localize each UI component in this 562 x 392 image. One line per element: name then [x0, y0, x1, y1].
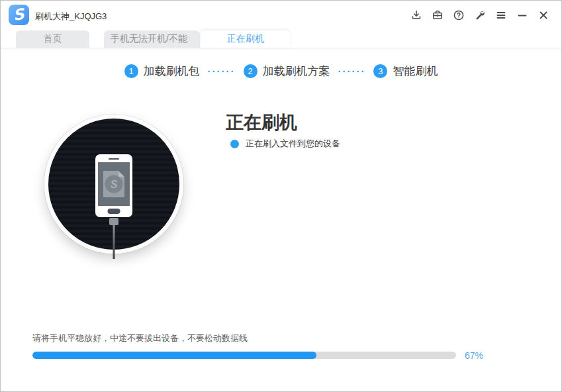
tab-flashing-active[interactable]: 正在刷机: [201, 30, 290, 48]
step-2-label: 加载刷机方案: [263, 64, 330, 79]
step-2: 2 加载刷机方案: [244, 64, 330, 79]
app-logo-s-glyph: S: [13, 7, 26, 23]
phone-speaker: [109, 158, 119, 160]
status-dot-icon: [230, 140, 239, 148]
status-row: 正在刷入文件到您的设备: [230, 138, 340, 150]
step-separator-2: ······: [338, 66, 366, 77]
tab-home[interactable]: 首页: [16, 30, 89, 48]
progress-bar: [32, 352, 456, 359]
progress-fill: [32, 352, 316, 359]
menu-icon[interactable]: [495, 9, 507, 21]
step-1: 1 加载刷机包: [124, 64, 200, 79]
wrench-icon[interactable]: [474, 9, 486, 21]
download-icon[interactable]: [410, 9, 422, 21]
titlebar-icons: [410, 1, 549, 30]
phone-home-button: [108, 209, 120, 214]
caution-tip: 请将手机平稳放好，中途不要拔出设备，不要松动数据线: [32, 332, 248, 344]
step-3-number: 3: [373, 64, 387, 78]
file-s-emblem: S: [105, 175, 123, 193]
usb-cable-line: [113, 224, 115, 259]
minimize-icon[interactable]: [516, 9, 528, 21]
step-1-number: 1: [124, 64, 138, 78]
phone-screen: S: [98, 162, 130, 206]
phone-graphic: S: [95, 154, 132, 217]
tab-phone-cannot-boot[interactable]: 手机无法开机/不能: [104, 30, 200, 48]
status-text: 正在刷入文件到您的设备: [246, 138, 340, 150]
flashing-illustration: S: [44, 115, 183, 254]
titlebar: S 刷机大神_KJQJG3: [1, 1, 561, 30]
progress-percent: 67%: [465, 350, 483, 361]
page-title: 正在刷机: [226, 111, 297, 134]
close-icon[interactable]: [538, 9, 549, 21]
tabstrip-shadow: [1, 48, 561, 50]
help-icon[interactable]: [453, 9, 465, 21]
tabstrip: 首页 手机无法开机/不能 正在刷机: [1, 30, 561, 48]
firmware-file-icon: S: [103, 171, 124, 197]
app-logo: S: [9, 5, 29, 25]
step-2-number: 2: [244, 64, 258, 78]
step-separator-1: ······: [208, 66, 236, 77]
step-3: 3 智能刷机: [373, 64, 438, 79]
step-3-label: 智能刷机: [393, 64, 438, 79]
step-indicator: 1 加载刷机包 ······ 2 加载刷机方案 ······ 3 智能刷机: [1, 62, 561, 79]
window-title: 刷机大神_KJQJG3: [35, 11, 107, 23]
app-window: S 刷机大神_KJQJG3: [0, 0, 562, 392]
file-fold-corner: [118, 171, 124, 177]
step-1-label: 加载刷机包: [144, 64, 200, 79]
toolbox-icon[interactable]: [432, 9, 444, 21]
